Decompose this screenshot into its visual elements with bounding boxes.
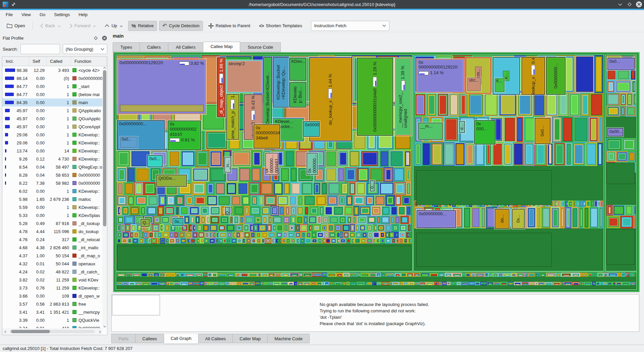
callee-map[interactable]: 0x00000000001292203.82 %_dl_map_object1.… xyxy=(113,52,639,292)
treemap-block[interactable]: _dl_name_match_p1.04 % xyxy=(226,94,239,140)
tab-callees[interactable]: Callees xyxy=(136,334,164,343)
table-row[interactable]: 29.060.001KDevelop:: xyxy=(2,139,102,147)
up-dropdown-icon[interactable] xyxy=(120,23,123,28)
horizontal-scrollbar-thumb[interactable] xyxy=(11,330,50,333)
menu-file[interactable]: File xyxy=(1,11,17,19)
treemap-block[interactable]: __memcpy_sse2_unaligned1.39 % xyxy=(395,58,411,136)
table-row[interactable]: 4.371.0050 154_dl_map_o xyxy=(2,252,102,260)
table-row[interactable]: 45.970.001QCoreAppl xyxy=(2,123,102,131)
scroll-right-icon[interactable] xyxy=(99,331,101,333)
table-row[interactable]: 45.970.001QApplicatio xyxy=(2,106,102,115)
tab-callers[interactable]: Callers xyxy=(140,42,168,52)
treemap-block[interactable]: 0x000000... xyxy=(307,153,318,175)
treemap-block[interactable]: 0x... xyxy=(512,209,525,229)
treemap-subblock[interactable]: 0x0... xyxy=(120,137,138,147)
table-row[interactable]: 84.350.001main xyxy=(2,98,102,106)
menu-view[interactable]: View xyxy=(17,11,35,19)
table-header[interactable]: Incl.SelfCalledFunction xyxy=(2,57,107,66)
horizontal-scrollbar[interactable] xyxy=(2,328,102,335)
treemap-block[interactable]: 0x000000...000461... xyxy=(265,153,278,175)
table-row[interactable]: 5.330.001KDevSplas xyxy=(2,211,102,219)
table-row[interactable]: 3.730.7611 259KDevelop:: xyxy=(2,284,102,292)
treemap-block[interactable]: 0x00... xyxy=(607,128,623,136)
treemap-block[interactable]: _in... xyxy=(224,157,231,173)
table-row[interactable]: 9.260.124 730KDevelop:: xyxy=(2,155,102,163)
treemap-block[interactable]: 0x00000000...0x0... xyxy=(117,120,165,150)
table-row[interactable]: 5.280.4987 916_dl_lookup xyxy=(2,219,102,227)
up-button[interactable]: Up xyxy=(101,21,126,31)
table-row[interactable]: 98.3812.293 493<cycle 42> xyxy=(2,66,102,74)
treemap-block[interactable]: 0x... xyxy=(172,218,183,226)
grouping-combobox[interactable]: (No Grouping) xyxy=(63,44,107,54)
treemap-block[interactable]: Q... xyxy=(225,207,230,215)
table-row[interactable]: 84.770.001_start xyxy=(2,82,102,90)
vertical-scrollbar-thumb[interactable] xyxy=(103,70,106,226)
table-row[interactable]: 4.240.0248 822_dl_catch_ xyxy=(2,268,102,276)
treemap-block[interactable]: do... xyxy=(495,209,509,229)
table-row[interactable]: 6.020.001KDevelop:: xyxy=(2,187,102,195)
scroll-up-icon[interactable] xyxy=(103,67,106,69)
menu-settings[interactable]: Settings xyxy=(50,11,74,19)
column-header-self[interactable]: Self xyxy=(29,57,47,66)
table-row[interactable]: 45.970.001QGuiApplic xyxy=(2,115,102,123)
back-button[interactable]: Back xyxy=(37,21,64,31)
treemap-block[interactable]: Q... xyxy=(141,219,150,227)
event-type-combobox[interactable]: Instruction Fetch xyxy=(311,21,389,31)
treemap-block[interactable]: K...K... xyxy=(493,57,520,95)
treemap-block[interactable]: 0x0000000... xyxy=(546,57,566,95)
treemap-block[interactable]: __m... xyxy=(418,123,443,140)
treemap-block[interactable]: d... xyxy=(459,121,465,133)
treemap-block[interactable]: 0x00000000001292203.82 % xyxy=(117,59,206,114)
tab-types[interactable]: Types xyxy=(113,42,140,52)
treemap-block[interactable]: do_lookup_x0.43 % xyxy=(522,57,545,95)
treemap-block[interactable]: 0x0... xyxy=(607,58,635,70)
table-row[interactable]: 4.784.44115 096do_lookup xyxy=(2,227,102,235)
table-row[interactable]: 3.820.0211 259void KDev xyxy=(2,276,102,284)
float-dock-icon[interactable] xyxy=(93,35,99,41)
vertical-scrollbar[interactable] xyxy=(102,66,107,328)
table-row[interactable]: 5.590.001KDevelop:: xyxy=(2,203,102,211)
column-header-called[interactable]: Called xyxy=(47,57,71,66)
close-icon[interactable] xyxy=(636,1,642,7)
treemap-block[interactable]: KDevelop::Bucket<KDevelop::Qu... xyxy=(273,57,289,107)
treemap-bottom-strip[interactable] xyxy=(116,272,636,289)
table-row[interactable]: 3.413.411 351 421__memcpy xyxy=(2,308,102,316)
search-input[interactable] xyxy=(20,44,60,54)
table-row[interactable]: 29.060.001KDevelop:: xyxy=(2,131,102,139)
column-header-incl[interactable]: Incl. xyxy=(2,57,29,66)
forward-dropdown-icon[interactable] xyxy=(93,23,96,28)
close-dock-icon[interactable] xyxy=(101,35,107,41)
menu-help[interactable]: Help xyxy=(74,11,92,19)
table-row[interactable]: 5.981.652 679 236malloc xyxy=(2,195,102,203)
treemap-block[interactable]: KDev... xyxy=(289,58,306,80)
menu-go[interactable]: Go xyxy=(35,11,50,19)
table-row[interactable]: 8.280.0458 6530x0000000 xyxy=(2,171,102,179)
table-row[interactable]: 4.684.382 826 460_int_mallo xyxy=(2,244,102,252)
scroll-down-icon[interactable] xyxy=(103,325,106,327)
treemap-block[interactable]: strcm...strc... xyxy=(466,57,491,94)
treemap-subblock[interactable]: strc... xyxy=(467,78,480,91)
pin-icon[interactable] xyxy=(11,2,16,7)
cycle-detection-button[interactable]: ↶ Cycle Detection xyxy=(159,21,203,31)
treemap-block[interactable]: 0x0000000034034be8 xyxy=(254,124,280,149)
treemap-block[interactable]: KDevelop::Buc... xyxy=(289,82,306,108)
treemap-block[interactable]: 0x00000000001292201.14 % xyxy=(417,59,464,93)
treemap-block[interactable]: 0x0000... xyxy=(303,121,320,137)
treemap-block[interactable]: _dl_map_object1.96 % xyxy=(217,57,225,117)
table-row[interactable]: 3.570.562 863 813free xyxy=(2,300,102,308)
treemap-block[interactable]: 0x0... xyxy=(535,118,550,144)
treemap-block[interactable]: QIODe... xyxy=(156,175,187,187)
table-row[interactable]: 3.390.001QQuickVie xyxy=(2,316,102,324)
tab-caller-map[interactable]: Caller Map xyxy=(233,334,268,343)
table-row[interactable]: 13.740.0014KDevelop:: xyxy=(2,147,102,155)
table-row[interactable]: 86.140.00(0)0x00000000 xyxy=(2,74,102,82)
open-button[interactable]: Open xyxy=(3,21,29,31)
tab-machine-code[interactable]: Machine Code xyxy=(268,334,310,343)
treemap-block[interactable]: 0x000000000031d4e01.28 % xyxy=(357,58,393,136)
treemap-block[interactable]: 0x00000000... xyxy=(417,210,456,228)
tab-callee-map[interactable]: Callee Map xyxy=(203,42,240,52)
table-row[interactable]: 3.340.014100x0000000 xyxy=(2,324,102,328)
tab-all-callers[interactable]: All Callers xyxy=(168,42,203,52)
table-row[interactable]: 4.320.0150 044openaux xyxy=(2,260,102,268)
relative-button[interactable]: % Relative xyxy=(128,21,157,31)
